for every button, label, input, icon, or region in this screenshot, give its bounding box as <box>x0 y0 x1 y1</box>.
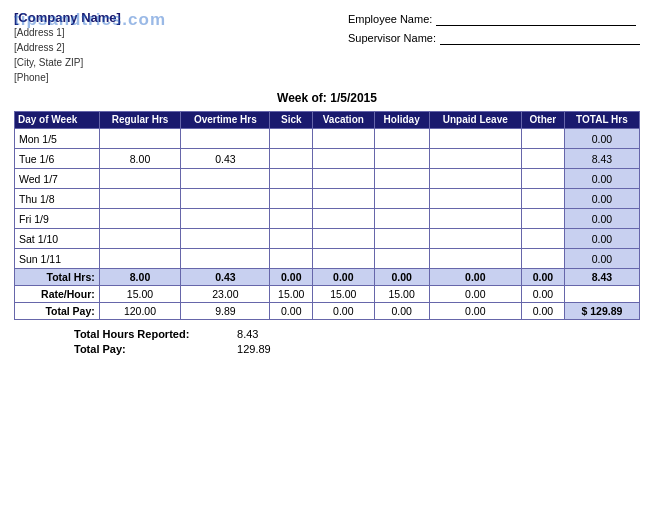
col-unpaid: Unpaid Leave <box>429 112 521 129</box>
rate-cell-vacation: 15.00 <box>313 286 375 303</box>
cell-overtime <box>181 229 270 249</box>
cell-total: 0.00 <box>564 229 639 249</box>
cell-other <box>521 169 564 189</box>
pay-row: Total Pay:120.009.890.000.000.000.000.00… <box>15 303 640 320</box>
timesheet-table: Day of Week Regular Hrs Overtime Hrs Sic… <box>14 111 640 320</box>
cell-overtime <box>181 209 270 229</box>
cell-unpaid <box>429 169 521 189</box>
cell-vacation <box>313 209 375 229</box>
cell-regular <box>99 169 180 189</box>
cell-regular: 8.00 <box>99 149 180 169</box>
cell-day: Wed 1/7 <box>15 169 100 189</box>
rate-cell-sick: 15.00 <box>270 286 313 303</box>
totals-cell-other: 0.00 <box>521 269 564 286</box>
cell-vacation <box>313 149 375 169</box>
table-row: Mon 1/50.00 <box>15 129 640 149</box>
summary-hours-value: 8.43 <box>237 328 258 340</box>
cell-unpaid <box>429 149 521 169</box>
cell-day: Sun 1/11 <box>15 249 100 269</box>
cell-vacation <box>313 249 375 269</box>
totals-cell-label: Total Hrs: <box>15 269 100 286</box>
phone: [Phone] <box>14 70 121 85</box>
pay-cell-holiday: 0.00 <box>374 303 429 320</box>
cell-holiday <box>374 169 429 189</box>
pay-cell-overtime: 9.89 <box>181 303 270 320</box>
table-row: Fri 1/90.00 <box>15 209 640 229</box>
cell-sick <box>270 209 313 229</box>
cell-vacation <box>313 129 375 149</box>
cell-regular <box>99 209 180 229</box>
cell-sick <box>270 129 313 149</box>
cell-other <box>521 149 564 169</box>
week-of: Week of: 1/5/2015 <box>14 91 640 105</box>
col-total: TOTAL Hrs <box>564 112 639 129</box>
cell-holiday <box>374 149 429 169</box>
week-of-label: Week of: <box>277 91 327 105</box>
cell-day: Mon 1/5 <box>15 129 100 149</box>
cell-holiday <box>374 129 429 149</box>
rate-cell-overtime: 23.00 <box>181 286 270 303</box>
supervisor-underline <box>440 31 640 45</box>
cell-total: 0.00 <box>564 249 639 269</box>
col-regular: Regular Hrs <box>99 112 180 129</box>
cell-total: 0.00 <box>564 169 639 189</box>
cell-total: 0.00 <box>564 189 639 209</box>
cell-total: 8.43 <box>564 149 639 169</box>
totals-cell-regular: 8.00 <box>99 269 180 286</box>
header-right: Employee Name: Supervisor Name: <box>348 10 640 85</box>
totals-row: Total Hrs:8.000.430.000.000.000.000.008.… <box>15 269 640 286</box>
rate-cell-regular: 15.00 <box>99 286 180 303</box>
cell-overtime <box>181 169 270 189</box>
cell-holiday <box>374 249 429 269</box>
table-header-row: Day of Week Regular Hrs Overtime Hrs Sic… <box>15 112 640 129</box>
rate-cell-unpaid: 0.00 <box>429 286 521 303</box>
cell-holiday <box>374 229 429 249</box>
cell-day: Tue 1/6 <box>15 149 100 169</box>
totals-cell-sick: 0.00 <box>270 269 313 286</box>
cell-regular <box>99 249 180 269</box>
cell-sick <box>270 249 313 269</box>
summary-pay-value: 129.89 <box>237 343 271 355</box>
cell-sick <box>270 149 313 169</box>
city-state: [City, State ZIP] <box>14 55 121 70</box>
col-day: Day of Week <box>15 112 100 129</box>
cell-sick <box>270 229 313 249</box>
col-overtime: Overtime Hrs <box>181 112 270 129</box>
col-other: Other <box>521 112 564 129</box>
cell-overtime <box>181 129 270 149</box>
totals-cell-total: 8.43 <box>564 269 639 286</box>
col-holiday: Holiday <box>374 112 429 129</box>
pay-cell-label: Total Pay: <box>15 303 100 320</box>
address2: [Address 2] <box>14 40 121 55</box>
pay-cell-vacation: 0.00 <box>313 303 375 320</box>
cell-other <box>521 129 564 149</box>
supervisor-field: Supervisor Name: <box>348 31 640 45</box>
totals-cell-overtime: 0.43 <box>181 269 270 286</box>
table-row: Tue 1/68.000.438.43 <box>15 149 640 169</box>
summary-section: Total Hours Reported: 8.43 Total Pay: 12… <box>14 328 640 355</box>
header-left: tipsandtrics.com [Company Name] [Address… <box>14 10 121 85</box>
table-row: Wed 1/70.00 <box>15 169 640 189</box>
cell-regular <box>99 229 180 249</box>
rate-row: Rate/Hour:15.0023.0015.0015.0015.000.000… <box>15 286 640 303</box>
employee-field: Employee Name: <box>348 12 640 26</box>
cell-other <box>521 249 564 269</box>
cell-other <box>521 189 564 209</box>
summary-hours: Total Hours Reported: 8.43 <box>74 328 640 340</box>
supervisor-label: Supervisor Name: <box>348 32 436 44</box>
cell-day: Fri 1/9 <box>15 209 100 229</box>
employee-label: Employee Name: <box>348 13 432 25</box>
cell-other <box>521 229 564 249</box>
cell-sick <box>270 189 313 209</box>
cell-total: 0.00 <box>564 129 639 149</box>
rate-cell-other: 0.00 <box>521 286 564 303</box>
employee-underline <box>436 12 636 26</box>
pay-cell-regular: 120.00 <box>99 303 180 320</box>
cell-holiday <box>374 209 429 229</box>
cell-holiday <box>374 189 429 209</box>
pay-cell-total: $ 129.89 <box>564 303 639 320</box>
company-name: [Company Name] <box>14 10 121 25</box>
cell-day: Thu 1/8 <box>15 189 100 209</box>
pay-cell-unpaid: 0.00 <box>429 303 521 320</box>
totals-cell-holiday: 0.00 <box>374 269 429 286</box>
